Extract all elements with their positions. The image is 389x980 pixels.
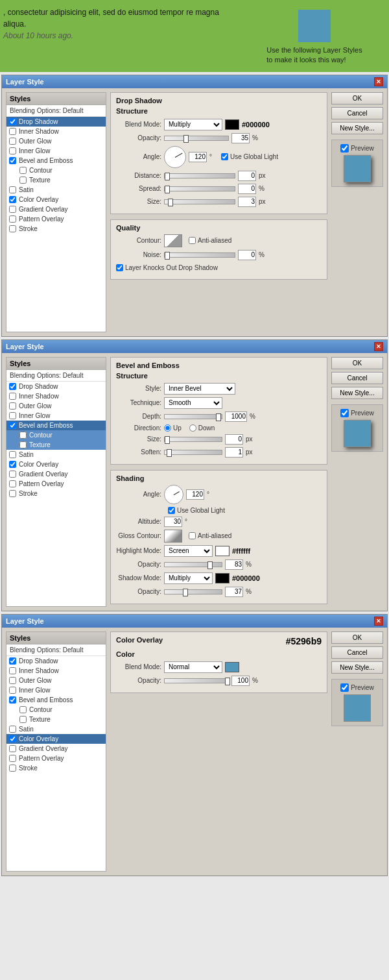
- style-outer-glow-1[interactable]: Outer Glow: [6, 136, 106, 146]
- blending-options-3[interactable]: Blending Options: Default: [6, 644, 106, 656]
- style-pattern-overlay-2[interactable]: Pattern Overlay: [6, 479, 106, 489]
- blend-mode-select[interactable]: Multiply: [164, 119, 222, 130]
- style-contour-3[interactable]: Contour: [6, 705, 106, 715]
- highlight-mode-select-be[interactable]: Screen: [164, 545, 213, 557]
- distance-input-ds[interactable]: [238, 171, 256, 181]
- size-track-be[interactable]: [164, 437, 222, 442]
- style-texture-2[interactable]: Texture: [6, 440, 106, 450]
- style-texture-3[interactable]: Texture: [6, 715, 106, 724]
- style-outer-glow-3[interactable]: Outer Glow: [6, 676, 106, 685]
- ok-button-3[interactable]: OK: [331, 631, 383, 644]
- opacity-input-co[interactable]: [231, 676, 250, 686]
- style-gradient-overlay-2[interactable]: Gradient Overlay: [6, 469, 106, 479]
- size-track-ds[interactable]: [164, 199, 235, 204]
- style-drop-shadow-3[interactable]: Drop Shadow: [6, 656, 106, 666]
- depth-input-be[interactable]: [225, 411, 247, 422]
- style-bevel-emboss-3[interactable]: Bevel and Emboss: [6, 695, 106, 705]
- style-pattern-overlay-3[interactable]: Pattern Overlay: [6, 753, 106, 763]
- blend-mode-select-co[interactable]: Normal: [164, 661, 222, 673]
- distance-track-ds[interactable]: [164, 173, 235, 178]
- style-select-be[interactable]: Inner Bevel: [164, 383, 235, 395]
- preview-check-1[interactable]: [340, 144, 349, 153]
- ok-button-1[interactable]: OK: [331, 92, 383, 104]
- style-inner-shadow-2[interactable]: Inner Shadow: [6, 391, 106, 401]
- style-inner-shadow-1[interactable]: Inner Shadow: [6, 127, 106, 136]
- noise-input-ds[interactable]: [238, 250, 256, 260]
- opacity-thumb-co[interactable]: [225, 678, 230, 685]
- new-style-button-1[interactable]: New Style...: [331, 122, 383, 134]
- highlight-color-swatch-be[interactable]: [215, 546, 230, 556]
- global-light-check-be[interactable]: [168, 507, 175, 514]
- opacity-track-co[interactable]: [164, 678, 229, 683]
- opacity-track-ds[interactable]: [164, 136, 229, 141]
- dir-down-radio[interactable]: [189, 424, 196, 432]
- size-thumb-ds[interactable]: [168, 199, 173, 206]
- knockout-check-ds[interactable]: [116, 264, 123, 271]
- style-inner-glow-2[interactable]: Inner Glow: [6, 411, 106, 421]
- anti-alias-check-ds[interactable]: [189, 237, 196, 244]
- distance-thumb-ds[interactable]: [165, 173, 170, 180]
- style-contour-1[interactable]: Contour: [6, 165, 106, 175]
- style-satin-3[interactable]: Satin: [6, 724, 106, 734]
- new-style-button-3[interactable]: New Style...: [331, 661, 383, 674]
- style-inner-shadow-3[interactable]: Inner Shadow: [6, 666, 106, 676]
- highlight-opacity-track-be[interactable]: [164, 562, 222, 567]
- style-inner-glow-1[interactable]: Inner Glow: [6, 146, 106, 156]
- style-gradient-overlay-1[interactable]: Gradient Overlay: [6, 204, 106, 214]
- blending-options-2[interactable]: Blending Options: Default: [6, 370, 106, 382]
- shadow-opacity-input-be[interactable]: [225, 587, 243, 597]
- size-input-be[interactable]: [225, 434, 243, 445]
- style-contour-2[interactable]: Contour: [6, 430, 106, 440]
- style-satin-2[interactable]: Satin: [6, 450, 106, 459]
- dir-up-radio[interactable]: [164, 424, 171, 432]
- style-stroke-3[interactable]: Stroke: [6, 763, 106, 773]
- soften-input-be[interactable]: [225, 447, 243, 458]
- style-inner-glow-3[interactable]: Inner Glow: [6, 685, 106, 695]
- preview-check-3[interactable]: [340, 683, 349, 692]
- size-input-ds[interactable]: [238, 197, 256, 207]
- style-color-overlay-3[interactable]: Color Overlay: [6, 734, 106, 744]
- soften-track-be[interactable]: [164, 450, 222, 455]
- cancel-button-1[interactable]: Cancel: [331, 107, 383, 119]
- noise-track-ds[interactable]: [164, 252, 235, 258]
- style-outer-glow-2[interactable]: Outer Glow: [6, 401, 106, 411]
- style-pattern-overlay-1[interactable]: Pattern Overlay: [6, 214, 106, 224]
- depth-track-be[interactable]: [164, 414, 222, 419]
- shadow-color-swatch-be[interactable]: [215, 573, 230, 583]
- angle-input-be[interactable]: [186, 489, 204, 500]
- angle-widget-ds[interactable]: [164, 146, 186, 168]
- technique-select-be[interactable]: Smooth: [164, 397, 222, 409]
- dialog-close-3[interactable]: ✕: [374, 617, 383, 626]
- style-drop-shadow-2[interactable]: Drop Shadow: [6, 382, 106, 391]
- opacity-thumb-ds[interactable]: [183, 135, 189, 143]
- style-bevel-emboss-1[interactable]: Bevel and Emboss: [6, 156, 106, 165]
- blending-options-1[interactable]: Blending Options: Default: [6, 105, 106, 117]
- shadow-opacity-track-be[interactable]: [164, 589, 222, 594]
- spread-track-ds[interactable]: [164, 186, 235, 191]
- opacity-input-ds[interactable]: [231, 133, 250, 143]
- style-gradient-overlay-3[interactable]: Gradient Overlay: [6, 744, 106, 753]
- shadow-mode-select-be[interactable]: Multiply: [164, 572, 213, 584]
- ok-button-2[interactable]: OK: [331, 357, 383, 369]
- cancel-button-3[interactable]: Cancel: [331, 646, 383, 659]
- global-light-check-ds[interactable]: [221, 153, 228, 160]
- contour-swatch-ds[interactable]: [164, 234, 182, 247]
- spread-input-ds[interactable]: [238, 184, 256, 194]
- style-drop-shadow-1[interactable]: Drop Shadow: [6, 117, 106, 127]
- spread-thumb-ds[interactable]: [165, 186, 170, 193]
- cancel-button-2[interactable]: Cancel: [331, 372, 383, 384]
- angle-widget-be[interactable]: ·: [164, 485, 183, 504]
- anti-alias-check-be[interactable]: [189, 532, 196, 539]
- blend-color-swatch[interactable]: [225, 119, 239, 130]
- style-color-overlay-2[interactable]: Color Overlay: [6, 459, 106, 469]
- gloss-contour-swatch-be[interactable]: [164, 530, 182, 543]
- style-bevel-emboss-2[interactable]: Bevel and Emboss: [6, 421, 106, 430]
- style-color-overlay-1[interactable]: Color Overlay: [6, 195, 106, 204]
- new-style-button-2[interactable]: New Style...: [331, 387, 383, 399]
- style-stroke-1[interactable]: Stroke: [6, 224, 106, 234]
- preview-check-2[interactable]: [340, 409, 349, 417]
- depth-thumb-be[interactable]: [216, 413, 221, 421]
- highlight-opacity-input-be[interactable]: [225, 559, 243, 570]
- angle-input-ds[interactable]: [189, 152, 207, 162]
- noise-thumb-ds[interactable]: [165, 252, 170, 260]
